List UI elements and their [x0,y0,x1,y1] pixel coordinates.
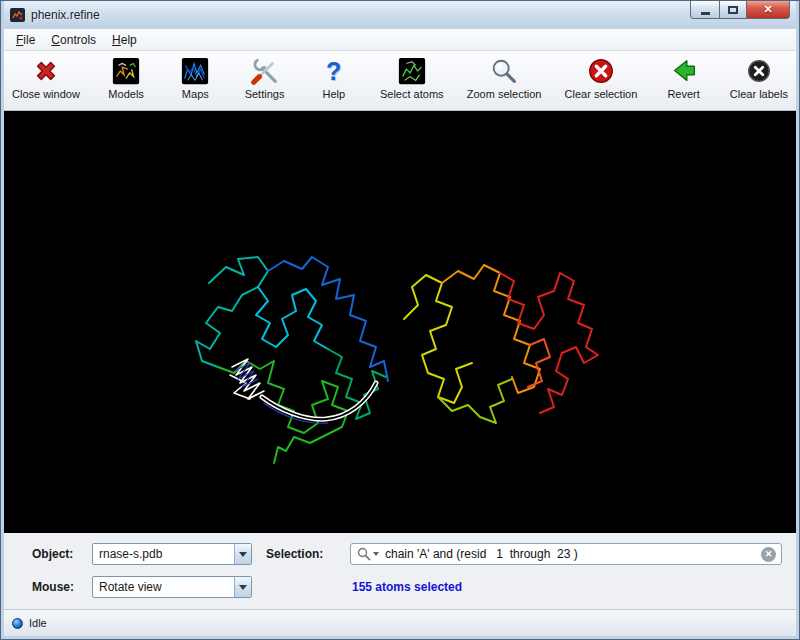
select-atoms-icon [396,55,428,87]
maximize-icon [728,6,738,14]
window-controls: ✕ [691,1,790,19]
search-options-caret[interactable] [373,552,379,556]
tool-label: Clear labels [730,88,788,100]
mouse-value: Rotate view [99,580,234,594]
help-button[interactable]: ? Help [311,55,357,100]
chevron-down-icon [239,552,247,557]
menu-controls[interactable]: Controls [43,30,104,50]
titlebar[interactable]: phenix.refine ✕ [4,1,796,29]
controls-panel: Object: rnase-s.pdb Selection: chain 'A'… [4,533,796,609]
settings-button[interactable]: Settings [242,55,288,100]
status-text: Idle [29,617,47,629]
tool-label: Close window [12,88,80,100]
selection-value[interactable]: chain 'A' and (resid 1 through 23 ) [385,547,761,561]
minimize-button[interactable] [690,1,720,19]
toolbar: Close window Models [4,51,796,111]
dropdown-button[interactable] [234,544,251,564]
close-button[interactable]: ✕ [746,1,790,19]
tool-label: Maps [182,88,209,100]
mouse-label: Mouse: [32,580,92,594]
selection-input[interactable]: chain 'A' and (resid 1 through 23 ) ✕ [350,543,782,565]
app-icon [10,7,26,23]
models-button[interactable]: Models [103,55,149,100]
minimize-icon [701,12,710,15]
window-title: phenix.refine [31,8,100,22]
tool-label: Settings [245,88,285,100]
menubar: File Controls Help [4,29,796,51]
help-icon: ? [318,55,350,87]
maps-button[interactable]: Maps [172,55,218,100]
menu-help[interactable]: Help [104,30,145,50]
molecule-viewport[interactable] [4,111,796,533]
clear-labels-button[interactable]: Clear labels [730,55,788,100]
object-value: rnase-s.pdb [99,547,234,561]
tool-label: Models [108,88,143,100]
atoms-selected-status: 155 atoms selected [350,580,782,594]
close-window-button[interactable]: Close window [12,55,80,100]
status-indicator-icon [12,618,23,629]
molecule-render [4,111,796,533]
clear-selection-button[interactable]: Clear selection [565,55,638,100]
close-window-icon [30,55,62,87]
menu-file[interactable]: File [8,30,43,50]
clear-input-icon[interactable]: ✕ [761,547,776,562]
search-icon [357,547,371,561]
object-dropdown[interactable]: rnase-s.pdb [92,543,252,565]
object-label: Object: [32,547,92,561]
dropdown-button[interactable] [234,577,251,597]
maximize-button[interactable] [719,1,747,19]
select-atoms-button[interactable]: Select atoms [380,55,444,100]
tool-label: Zoom selection [467,88,542,100]
models-icon [110,55,142,87]
status-bar: Idle [4,609,796,636]
mouse-dropdown[interactable]: Rotate view [92,576,252,598]
zoom-selection-button[interactable]: Zoom selection [467,55,542,100]
tool-label: Select atoms [380,88,444,100]
close-icon: ✕ [763,3,772,16]
chevron-down-icon [239,585,247,590]
zoom-selection-icon [488,55,520,87]
revert-icon [668,55,700,87]
clear-selection-icon [585,55,617,87]
phenix-refine-window: phenix.refine ✕ File Controls Help Close… [0,0,800,640]
settings-icon [249,55,281,87]
maps-icon [179,55,211,87]
tool-label: Help [322,88,345,100]
revert-button[interactable]: Revert [661,55,707,100]
selection-label: Selection: [252,547,350,561]
tool-label: Revert [667,88,699,100]
clear-labels-icon [743,55,775,87]
tool-label: Clear selection [565,88,638,100]
